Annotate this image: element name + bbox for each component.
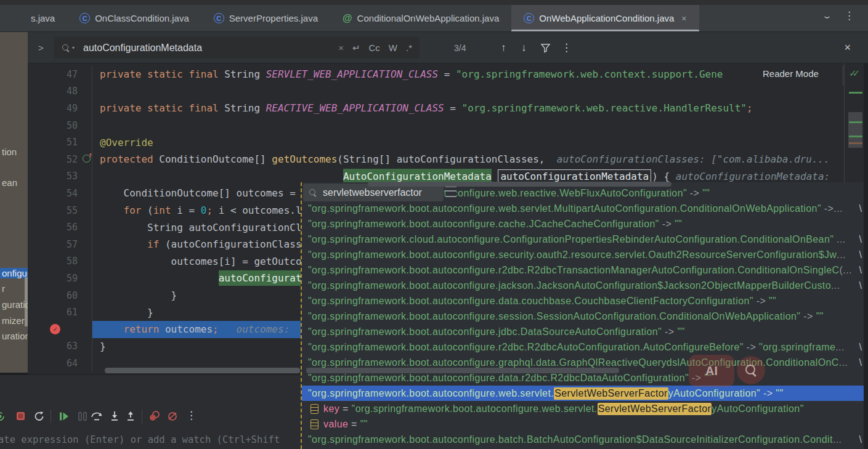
- newline-icon[interactable]: ↵: [352, 42, 360, 54]
- tree-item-selected[interactable]: onfigur: [0, 268, 28, 278]
- chevron-down-icon[interactable]: ⌄: [822, 11, 832, 20]
- line-number[interactable]: 50: [28, 117, 92, 134]
- pause-icon[interactable]: [76, 410, 89, 423]
- code-text[interactable]: }: [92, 338, 106, 355]
- previous-match-icon[interactable]: ↑: [501, 32, 506, 63]
- variable-row[interactable]: "org.springframework.boot.autoconfigure.…: [302, 201, 864, 216]
- next-match-icon[interactable]: ↓: [521, 32, 527, 63]
- variable-row[interactable]: "org.springframework.boot.autoconfigure.…: [302, 293, 864, 309]
- line-number[interactable]: 59: [28, 270, 92, 287]
- tab-serverproperties[interactable]: C ServerProperties.java: [201, 5, 330, 31]
- line-number[interactable]: 48: [28, 83, 92, 100]
- resume-icon[interactable]: [58, 410, 70, 423]
- tree-item[interactable]: uration: [2, 331, 28, 341]
- code-line[interactable]: 50: [28, 117, 868, 134]
- variable-row[interactable]: "org.springframework.boot.autoconfigure.…: [302, 262, 864, 278]
- filter-icon[interactable]: [540, 32, 551, 63]
- breakpoint-icon[interactable]: ✓: [50, 324, 60, 334]
- line-number[interactable]: 47: [28, 66, 92, 83]
- mute-breakpoints-icon[interactable]: [166, 410, 179, 423]
- code-line[interactable]: 47private static final String SERVLET_WE…: [28, 66, 868, 83]
- tab-conditionalonwebapplication[interactable]: @ ConditionalOnWebApplication.java: [330, 5, 511, 31]
- variable-child-row[interactable]: value = "": [302, 416, 864, 432]
- code-text[interactable]: @Override: [92, 134, 153, 151]
- tree-item[interactable]: tion: [2, 147, 17, 157]
- expand-search-button[interactable]: >: [28, 32, 55, 63]
- search-more-options-icon[interactable]: ⋮: [561, 32, 572, 63]
- code-line[interactable]: 51@Override: [28, 134, 868, 151]
- reader-mode-label[interactable]: Reader Mode: [763, 68, 819, 79]
- clear-search-icon[interactable]: ×: [338, 42, 344, 53]
- code-text[interactable]: outcomes[i] = getOutcomes(: [92, 253, 325, 270]
- tree-item[interactable]: r: [2, 283, 5, 294]
- variable-row[interactable]: "org.springframework.boot.autoconfigure.…: [302, 324, 864, 339]
- search-input[interactable]: ▾ autoConfigurationMetadata × ↵ Cc W .*: [55, 37, 420, 59]
- code-text[interactable]: }: [92, 304, 153, 321]
- code-text[interactable]: [92, 83, 100, 100]
- search-query-text[interactable]: autoConfigurationMetadata: [83, 42, 330, 54]
- code-text[interactable]: private static final String REACTIVE_WEB…: [92, 100, 753, 117]
- variable-row[interactable]: "org.springframework.boot.autoconfigure.…: [302, 247, 864, 262]
- popup-search-query[interactable]: servletwebserverfactor: [323, 187, 422, 198]
- code-line[interactable]: 52protected ConditionOutcome[] getOutcom…: [28, 151, 868, 168]
- step-into-icon[interactable]: [108, 410, 121, 423]
- close-find-bar-icon[interactable]: ×: [844, 32, 851, 63]
- code-text[interactable]: if (autoConfigurationClasses: [92, 236, 314, 253]
- code-text[interactable]: protected ConditionOutcome[] getOutcomes…: [92, 151, 830, 168]
- tab-onwebapplicationcondition[interactable]: C OnWebApplicationCondition.java ×: [511, 5, 699, 31]
- variable-row[interactable]: "org.springframework.boot.autoconfigure.…: [302, 278, 864, 293]
- match-case-toggle[interactable]: Cc: [368, 42, 379, 53]
- more-options-icon[interactable]: ⋮: [844, 9, 854, 22]
- code-text[interactable]: private static final String SERVLET_WEB_…: [92, 66, 723, 83]
- tree-item[interactable]: guratio: [2, 299, 28, 310]
- line-number[interactable]: 52: [28, 151, 92, 168]
- variable-child-row[interactable]: key = "org.springframework.boot.autoconf…: [302, 401, 864, 416]
- line-number[interactable]: 63: [28, 338, 92, 355]
- editor-scrollbar-track[interactable]: [864, 63, 868, 449]
- code-line[interactable]: 49private static final String REACTIVE_W…: [28, 100, 868, 117]
- line-number[interactable]: 60: [28, 287, 92, 304]
- line-number[interactable]: ✓: [28, 321, 92, 338]
- close-tab-icon[interactable]: ×: [681, 14, 686, 23]
- line-number[interactable]: 49: [28, 100, 92, 117]
- tree-item[interactable]: mizer: [2, 315, 25, 326]
- regex-toggle[interactable]: .*: [406, 42, 412, 53]
- override-icon[interactable]: [83, 155, 91, 163]
- step-over-icon[interactable]: [90, 410, 102, 423]
- step-out-icon[interactable]: [124, 410, 137, 423]
- line-number[interactable]: 64: [28, 355, 92, 372]
- variable-row[interactable]: "org.springframework.cloud.autoconfigure…: [302, 232, 864, 247]
- variable-row[interactable]: "org.springframework.boot.autoconfigure.…: [302, 339, 864, 355]
- debug-more-icon[interactable]: ⋮: [186, 409, 197, 422]
- tab-partial[interactable]: s.java: [18, 5, 67, 31]
- words-toggle[interactable]: W: [389, 42, 397, 53]
- tree-item[interactable]: ean: [2, 177, 17, 188]
- line-number[interactable]: 55: [28, 202, 92, 219]
- line-number[interactable]: 58: [28, 253, 92, 270]
- variable-row[interactable]: "org.springframework.boot.autoconfigure.…: [302, 386, 864, 401]
- search-history-caret-icon[interactable]: ▾: [72, 45, 75, 51]
- popup-horizontal-scrollbar[interactable]: [306, 368, 619, 373]
- variable-row[interactable]: "org.springframework.boot.autoconfigure.…: [302, 432, 864, 447]
- code-line[interactable]: 48: [28, 83, 868, 100]
- rerun-debug-icon[interactable]: [0, 410, 6, 423]
- line-number[interactable]: 56: [28, 219, 92, 236]
- code-text[interactable]: }: [92, 287, 177, 304]
- line-number[interactable]: 61: [28, 304, 92, 321]
- editor-horizontal-scrollbar[interactable]: [105, 368, 300, 373]
- variable-row[interactable]: "org.springframework.boot.autoconfigure.…: [302, 309, 864, 324]
- code-text[interactable]: [92, 117, 100, 134]
- inspections-ok-icon[interactable]: ✓✓: [849, 68, 856, 79]
- line-number[interactable]: 53: [28, 168, 92, 185]
- code-text[interactable]: [92, 355, 100, 372]
- rerun-icon[interactable]: [33, 410, 46, 423]
- popup-scrollbar-top[interactable]: [368, 182, 671, 187]
- tab-onclasscondition[interactable]: C OnClassCondition.java: [67, 5, 201, 31]
- line-number[interactable]: 54: [28, 185, 92, 202]
- line-number[interactable]: 57: [28, 236, 92, 253]
- stop-icon[interactable]: [15, 410, 27, 423]
- line-number[interactable]: 51: [28, 134, 92, 151]
- variable-row[interactable]: "org.springframework.boot.autoconfigure.…: [302, 216, 864, 232]
- view-breakpoints-icon[interactable]: [148, 410, 160, 423]
- search-options-icon[interactable]: [445, 186, 456, 197]
